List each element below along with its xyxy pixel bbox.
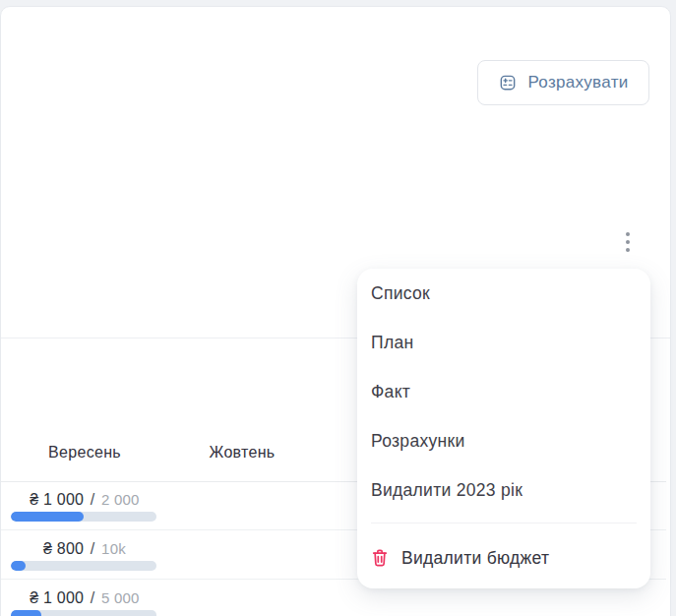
menu-item-fact[interactable]: Факт xyxy=(357,367,650,416)
progress-track xyxy=(11,561,156,571)
progress-fill xyxy=(11,561,26,571)
amount-total: 10k xyxy=(101,540,126,557)
amount-total: 5 000 xyxy=(101,589,140,606)
menu-item-delete-2023-year[interactable]: Видалити 2023 рік xyxy=(357,465,650,515)
budget-cell: ₴ 1 000 / 2 000 xyxy=(6,481,163,529)
delete-budget-label: Видалити бюджет xyxy=(401,548,549,569)
context-menu: Список План Факт Розрахунки Видалити 202… xyxy=(357,269,650,588)
menu-item-list[interactable]: Список xyxy=(357,269,650,318)
menu-divider xyxy=(371,523,637,524)
progress-fill xyxy=(11,512,84,522)
amount-total: 2 000 xyxy=(101,491,140,508)
column-header-october: Жовтень xyxy=(163,444,321,462)
budget-panel: Розрахувати Вересень Жовтень ₴ 1 000 / 2… xyxy=(0,6,671,616)
menu-item-calculations[interactable]: Розрахунки xyxy=(357,416,650,465)
menu-item-delete-budget[interactable]: Видалити бюджет xyxy=(357,531,650,585)
amount-spent: ₴ 800 xyxy=(43,540,84,557)
progress-track xyxy=(11,512,156,522)
amount-spent: ₴ 1 000 xyxy=(30,491,84,508)
more-options-button[interactable] xyxy=(616,224,640,260)
calculate-button[interactable]: Розрахувати xyxy=(477,60,649,105)
budget-cell: ₴ 1 000 / 5 000 xyxy=(6,580,163,616)
calculate-button-label: Розрахувати xyxy=(527,73,628,92)
amount-spent: ₴ 1 000 xyxy=(30,589,84,606)
amount-separator: / xyxy=(89,589,97,606)
trash-icon xyxy=(371,548,389,568)
amount-label: ₴ 800 / 10k xyxy=(6,539,163,559)
calculator-icon xyxy=(498,73,518,92)
budget-cell: ₴ 800 / 10k xyxy=(6,530,163,579)
menu-item-plan[interactable]: План xyxy=(357,318,650,367)
amount-label: ₴ 1 000 / 2 000 xyxy=(6,490,163,510)
kebab-menu-icon xyxy=(626,232,630,236)
progress-fill xyxy=(11,610,41,616)
amount-separator: / xyxy=(89,540,97,557)
amount-label: ₴ 1 000 / 5 000 xyxy=(6,588,163,608)
amount-separator: / xyxy=(89,491,97,508)
progress-track xyxy=(11,610,156,616)
column-header-september: Вересень xyxy=(6,444,163,462)
